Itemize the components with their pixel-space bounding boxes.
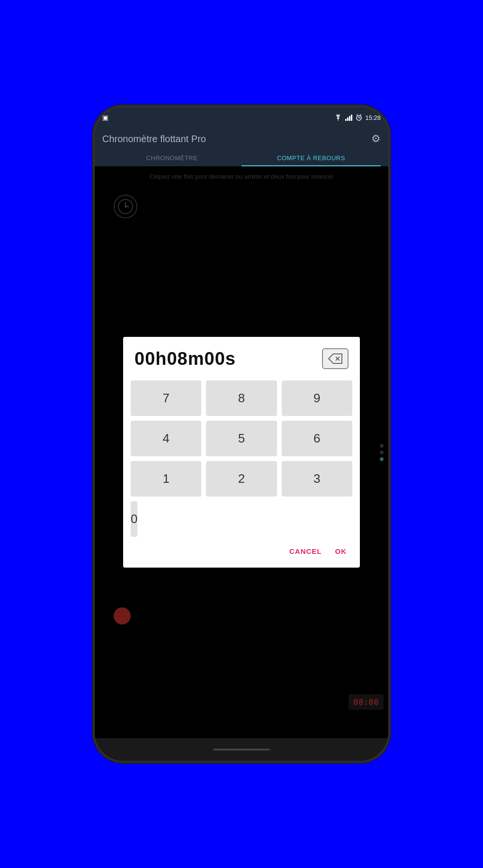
svg-rect-1	[347, 118, 349, 121]
phone-bottom	[95, 738, 388, 761]
dialog-overlay: 00h08m00s 7 8 9 4 5	[95, 166, 388, 738]
backspace-button[interactable]	[322, 348, 349, 369]
key-0[interactable]: 0	[131, 501, 137, 537]
status-bar: ▣ 15	[95, 107, 388, 128]
svg-rect-2	[349, 116, 350, 121]
tab-stopwatch[interactable]: CHRONOMÈTRE	[102, 150, 242, 166]
phone-frame: ▣ 15	[95, 107, 388, 761]
status-time: 15:28	[365, 114, 381, 121]
app-title: Chronomètre flottant Pro	[102, 134, 206, 145]
app-bar: Chronomètre flottant Pro ⚙ CHRONOMÈTRE C…	[95, 128, 388, 166]
tab-countdown[interactable]: COMPTE À REBOURS	[242, 150, 381, 166]
status-left: ▣	[102, 114, 108, 121]
numpad: 7 8 9 4 5 6 1 2 3	[131, 380, 352, 497]
alarm-icon	[356, 114, 362, 121]
key-3[interactable]: 3	[282, 461, 352, 497]
settings-icon[interactable]: ⚙	[371, 133, 381, 145]
wifi-icon	[334, 114, 342, 121]
key-1[interactable]: 1	[131, 461, 201, 497]
key-5[interactable]: 5	[206, 421, 277, 456]
dialog-header: 00h08m00s	[131, 348, 352, 369]
signal-icon	[345, 114, 353, 121]
svg-rect-0	[345, 119, 347, 121]
key-7[interactable]: 7	[131, 380, 201, 416]
app-title-row: Chronomètre flottant Pro ⚙	[102, 133, 381, 150]
time-input-display: 00h08m00s	[134, 349, 236, 369]
main-content: Cliquez une fois pour démarrer ou arrête…	[95, 166, 388, 738]
backspace-icon	[328, 353, 342, 364]
home-indicator	[213, 749, 270, 750]
status-right: 15:28	[334, 114, 381, 121]
key-9[interactable]: 9	[282, 380, 352, 416]
notification-icon: ▣	[102, 114, 108, 121]
dialog-actions: CANCEL OK	[131, 537, 352, 560]
key-2[interactable]: 2	[206, 461, 277, 497]
time-picker-dialog: 00h08m00s 7 8 9 4 5	[123, 337, 360, 568]
cancel-button[interactable]: CANCEL	[287, 544, 324, 558]
tabs-container: CHRONOMÈTRE COMPTE À REBOURS	[102, 150, 381, 166]
ok-button[interactable]: OK	[333, 544, 349, 558]
key-6[interactable]: 6	[282, 421, 352, 456]
key-4[interactable]: 4	[131, 421, 201, 456]
svg-rect-3	[351, 115, 352, 121]
key-8[interactable]: 8	[206, 380, 277, 416]
